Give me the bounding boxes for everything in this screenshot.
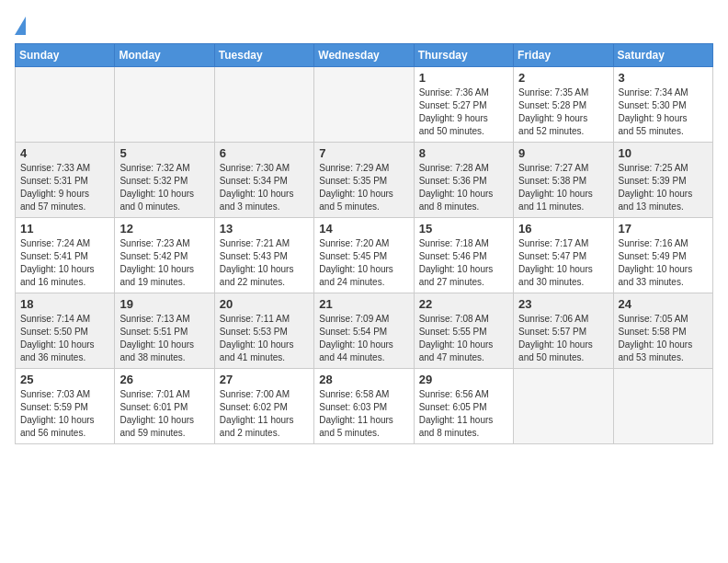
day-info-line: and 19 minutes. <box>119 277 185 287</box>
day-info-line: Sunrise: 7:06 AM <box>518 314 588 324</box>
day-info-line: Daylight: 10 hours <box>619 189 693 199</box>
day-of-week-header: Wednesday <box>314 44 414 67</box>
day-info-line: and 36 minutes. <box>20 352 85 362</box>
day-of-week-header: Sunday <box>16 44 115 67</box>
day-info-line: Daylight: 10 hours <box>419 264 494 274</box>
day-info-line: Sunrise: 7:30 AM <box>220 163 290 173</box>
day-info-line: Sunset: 5:47 PM <box>518 251 586 261</box>
day-info: Sunrise: 7:06 AMSunset: 5:57 PMDaylight:… <box>518 313 608 364</box>
day-info-line: Sunset: 5:54 PM <box>319 327 387 337</box>
day-number: 8 <box>419 146 508 160</box>
day-info-line: Sunrise: 7:17 AM <box>518 238 588 248</box>
day-info-line: Daylight: 10 hours <box>319 264 393 274</box>
day-info-line: Sunrise: 7:24 AM <box>20 238 90 248</box>
day-info-line: Daylight: 10 hours <box>419 189 494 199</box>
day-info-line: Sunrise: 7:13 AM <box>119 314 189 324</box>
day-info-line: Sunset: 5:51 PM <box>119 327 188 337</box>
day-info-line: Daylight: 10 hours <box>220 264 294 274</box>
day-info: Sunrise: 7:14 AMSunset: 5:50 PMDaylight:… <box>20 313 109 364</box>
calendar-day-cell: 24Sunrise: 7:05 AMSunset: 5:58 PMDayligh… <box>613 293 712 369</box>
day-info: Sunrise: 7:28 AMSunset: 5:36 PMDaylight:… <box>419 162 508 213</box>
day-info-line: Daylight: 10 hours <box>518 339 593 350</box>
day-info-line: Sunrise: 7:16 AM <box>619 238 688 248</box>
day-info-line: and 2 minutes. <box>220 428 280 438</box>
calendar-day-cell: 29Sunrise: 6:56 AMSunset: 6:05 PMDayligh… <box>414 369 513 444</box>
day-info: Sunrise: 7:11 AMSunset: 5:53 PMDaylight:… <box>220 313 309 364</box>
day-info-line: Daylight: 10 hours <box>119 264 194 274</box>
day-of-week-header: Friday <box>514 44 613 67</box>
day-info: Sunrise: 7:21 AMSunset: 5:43 PMDaylight:… <box>220 237 309 289</box>
calendar-empty-cell <box>613 369 712 444</box>
day-info-line: Daylight: 10 hours <box>119 415 194 425</box>
day-number: 17 <box>619 222 708 236</box>
day-info-line: Daylight: 11 hours <box>319 415 393 425</box>
day-info-line: and 44 minutes. <box>319 352 384 362</box>
day-info: Sunrise: 7:18 AMSunset: 5:46 PMDaylight:… <box>419 237 508 289</box>
day-info-line: Sunrise: 7:01 AM <box>119 389 189 399</box>
day-info-line: Sunset: 5:45 PM <box>319 251 387 261</box>
day-info-line: Daylight: 11 hours <box>419 415 494 425</box>
calendar-day-cell: 27Sunrise: 7:00 AMSunset: 6:02 PMDayligh… <box>214 369 313 444</box>
day-info-line: and 8 minutes. <box>419 201 480 212</box>
day-info-line: Daylight: 10 hours <box>119 189 194 199</box>
calendar-empty-cell <box>115 67 214 143</box>
day-info-line: Sunset: 5:30 PM <box>619 100 687 110</box>
day-info-line: Sunset: 5:36 PM <box>419 176 487 186</box>
calendar-day-cell: 3Sunrise: 7:34 AMSunset: 5:30 PMDaylight… <box>613 67 712 143</box>
day-number: 12 <box>119 222 209 236</box>
day-info-line: Daylight: 10 hours <box>419 339 494 350</box>
day-info-line: and 3 minutes. <box>220 201 280 212</box>
day-info-line: Daylight: 10 hours <box>20 339 95 350</box>
day-info: Sunrise: 7:09 AMSunset: 5:54 PMDaylight:… <box>319 313 408 364</box>
day-info-line: and 13 minutes. <box>619 201 684 212</box>
day-info-line: Sunset: 6:03 PM <box>319 402 387 412</box>
day-info-line: and 55 minutes. <box>619 126 684 136</box>
day-info-line: Sunrise: 6:56 AM <box>419 389 489 399</box>
calendar-day-cell: 20Sunrise: 7:11 AMSunset: 5:53 PMDayligh… <box>214 293 313 369</box>
day-info: Sunrise: 7:24 AMSunset: 5:41 PMDaylight:… <box>20 237 109 289</box>
day-info-line: Sunrise: 7:35 AM <box>518 87 588 98</box>
day-info-line: Sunrise: 7:33 AM <box>20 163 90 173</box>
day-info: Sunrise: 7:32 AMSunset: 5:32 PMDaylight:… <box>119 162 209 213</box>
day-info-line: Daylight: 9 hours <box>619 113 688 123</box>
day-info-line: and 8 minutes. <box>419 428 480 438</box>
day-of-week-header: Thursday <box>414 44 513 67</box>
calendar-day-cell: 4Sunrise: 7:33 AMSunset: 5:31 PMDaylight… <box>16 143 115 218</box>
day-info: Sunrise: 7:27 AMSunset: 5:38 PMDaylight:… <box>518 162 608 213</box>
day-info-line: Sunset: 5:43 PM <box>220 251 288 261</box>
calendar-day-cell: 23Sunrise: 7:06 AMSunset: 5:57 PMDayligh… <box>514 293 613 369</box>
day-info-line: Sunrise: 7:00 AM <box>220 389 290 399</box>
day-info: Sunrise: 7:29 AMSunset: 5:35 PMDaylight:… <box>319 162 408 213</box>
calendar-empty-cell <box>314 67 414 143</box>
day-number: 18 <box>20 297 109 311</box>
calendar-day-cell: 22Sunrise: 7:08 AMSunset: 5:55 PMDayligh… <box>414 293 513 369</box>
day-info: Sunrise: 7:30 AMSunset: 5:34 PMDaylight:… <box>220 162 309 213</box>
calendar-day-cell: 15Sunrise: 7:18 AMSunset: 5:46 PMDayligh… <box>414 218 513 293</box>
calendar-day-cell: 13Sunrise: 7:21 AMSunset: 5:43 PMDayligh… <box>214 218 313 293</box>
day-number: 16 <box>518 222 608 236</box>
day-info-line: Sunset: 6:02 PM <box>220 402 288 412</box>
day-info-line: and 5 minutes. <box>319 201 380 212</box>
day-info-line: Sunset: 5:35 PM <box>319 176 387 186</box>
day-number: 4 <box>20 146 109 160</box>
day-info-line: and 53 minutes. <box>619 352 684 362</box>
day-info-line: Sunrise: 6:58 AM <box>319 389 389 399</box>
day-info: Sunrise: 7:13 AMSunset: 5:51 PMDaylight:… <box>119 313 209 364</box>
day-info-line: Sunset: 5:49 PM <box>619 251 687 261</box>
day-info-line: and 33 minutes. <box>619 277 684 287</box>
calendar-week-row: 25Sunrise: 7:03 AMSunset: 5:59 PMDayligh… <box>16 369 713 444</box>
day-info-line: Daylight: 10 hours <box>220 189 294 199</box>
calendar-day-cell: 2Sunrise: 7:35 AMSunset: 5:28 PMDaylight… <box>514 67 613 143</box>
day-number: 11 <box>20 222 109 236</box>
day-info-line: Sunset: 5:55 PM <box>419 327 487 337</box>
day-info-line: Sunrise: 7:21 AM <box>220 238 290 248</box>
day-info: Sunrise: 7:01 AMSunset: 6:01 PMDaylight:… <box>119 388 209 440</box>
day-info-line: Daylight: 10 hours <box>20 264 95 274</box>
day-info-line: Sunrise: 7:09 AM <box>319 314 389 324</box>
calendar-day-cell: 6Sunrise: 7:30 AMSunset: 5:34 PMDaylight… <box>214 143 313 218</box>
day-info: Sunrise: 7:00 AMSunset: 6:02 PMDaylight:… <box>220 388 309 440</box>
day-info-line: Sunrise: 7:25 AM <box>619 163 688 173</box>
day-info-line: Sunset: 5:34 PM <box>220 176 288 186</box>
day-info: Sunrise: 7:16 AMSunset: 5:49 PMDaylight:… <box>619 237 708 289</box>
day-info-line: and 41 minutes. <box>220 352 285 362</box>
